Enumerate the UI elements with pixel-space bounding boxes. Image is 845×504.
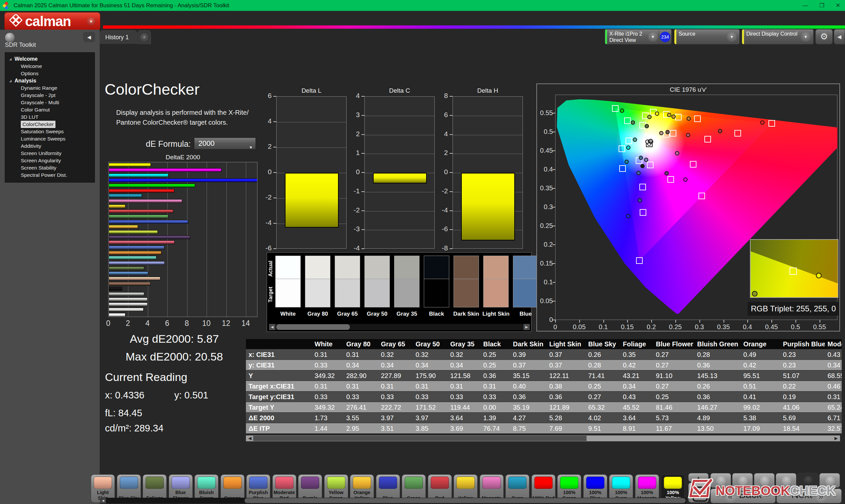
gridline <box>277 147 347 148</box>
pattern-window-button[interactable] <box>688 483 709 503</box>
patch-color-chip <box>405 476 423 489</box>
table-row: Target Y349.32276.41222.72171.52119.440.… <box>246 402 842 412</box>
sidebar-item-dynamic-range[interactable]: Dynamic Range <box>5 85 95 92</box>
cie-measured-bluish-green <box>633 138 637 142</box>
sidebar-item-spectral-power-dist-[interactable]: Spectral Power Dist. <box>5 172 95 179</box>
deltaL-tick-mark <box>273 198 276 198</box>
cell: 65.32 <box>588 402 620 413</box>
cell: 35.19 <box>513 402 547 413</box>
transport-button-2[interactable] <box>732 473 753 488</box>
cie-y-tick-mark <box>552 245 555 245</box>
cell: 0.43 <box>623 392 653 402</box>
swatch-actual-gray-35 <box>394 256 420 279</box>
chevron-up-icon: ▲ <box>697 475 701 480</box>
scroll-thumb[interactable] <box>245 498 686 503</box>
sidebar-item-screen-angularity[interactable]: Screen Angularity <box>5 157 95 164</box>
patch-color-chip <box>457 476 475 489</box>
pattern-square-icon <box>696 490 701 496</box>
cell: 145.13 <box>697 371 741 381</box>
sidebar-item-screen-stability[interactable]: Screen Stability <box>5 164 95 172</box>
scroll-thumb[interactable] <box>253 436 586 441</box>
cie-y-tick-mark <box>552 320 555 320</box>
sidebar-item-3d-lut[interactable]: 3D LUT <box>5 113 95 121</box>
deltaL-tick-label: 0 <box>255 168 272 176</box>
sidebar-item-additivity[interactable]: Additivity <box>5 143 95 150</box>
add-tab-button[interactable]: + <box>138 30 151 44</box>
minimize-icon[interactable]: — <box>803 2 808 9</box>
cell: 8.75 <box>513 423 547 433</box>
patch-color-chip <box>224 476 242 489</box>
sidebar-item-colorchecker[interactable]: ColorChecker <box>5 121 95 128</box>
tree-expander-icon[interactable]: ◢ <box>9 55 12 63</box>
back-button[interactable]: «Back <box>710 488 776 503</box>
chevron-down-icon: ▼ <box>87 17 95 26</box>
scroll-thumb[interactable] <box>276 324 350 330</box>
maximize-icon[interactable]: ❒ <box>820 2 825 9</box>
calman-logo-icon <box>9 14 22 29</box>
collapse-panel-button[interactable]: ◀ <box>834 29 845 44</box>
table-row: Target y:CIE310.330.330.330.330.330.330.… <box>246 392 842 402</box>
table-scrollbar[interactable]: ◀▶ <box>246 435 840 441</box>
sidebar-collapse-button[interactable]: ◀ <box>83 32 95 42</box>
cie-y-tick-label: 0.45 <box>537 147 553 155</box>
tree-section-welcome[interactable]: ◢Welcome <box>5 55 95 63</box>
scroll-left-arrow[interactable]: ◀ <box>100 498 106 503</box>
bottom-scrollbar[interactable]: ◀ <box>100 498 686 503</box>
cell: 0.34 <box>381 360 413 371</box>
display-control-dropdown[interactable]: Direct Display Control ▼ <box>742 29 814 44</box>
cie-x-tick-mark <box>771 320 772 323</box>
sidebar-item-saturation-sweeps[interactable]: Saturation Sweeps <box>5 128 95 135</box>
deltaL-tick-mark <box>273 248 276 249</box>
meter-status-stripe <box>605 29 607 44</box>
settings-button[interactable]: ⚙ <box>815 29 833 44</box>
calman-menu-button[interactable]: calman ▼ <box>4 12 100 31</box>
expand-pattern-button[interactable]: ▲ <box>688 473 709 482</box>
tree-expander-icon[interactable]: ◢ <box>9 77 12 85</box>
cie-y-tick-mark <box>552 150 555 151</box>
swatch-actual-blue <box>513 256 538 279</box>
chevrons-left-icon: « <box>724 491 736 503</box>
table-row: Y349.32282.90227.89175.90121.580.3635.15… <box>246 371 842 381</box>
swatch-target-dark-skin <box>454 279 479 307</box>
deltaC-tick-mark <box>362 96 365 97</box>
meter-dropdown[interactable]: X-Rite i1Pro 2 Direct View ▼ 234 <box>605 29 672 44</box>
sidebar-item-options[interactable]: Options <box>5 70 95 77</box>
transport-button-6[interactable] <box>819 473 840 488</box>
swatch-actual-gray-50 <box>365 256 390 279</box>
sidebar-item-luminance-sweeps[interactable]: Luminance Sweeps <box>5 135 95 143</box>
transport-button-5[interactable] <box>797 473 818 488</box>
tab-history-label: History 1 <box>105 34 129 40</box>
cie-target-green <box>624 118 631 124</box>
deltaC-tick-label: -4 <box>343 244 360 252</box>
swatch-scrollbar[interactable]: ◀▶ <box>269 324 530 330</box>
scroll-right-arrow[interactable]: ▶ <box>833 435 839 441</box>
swatch-label: Gray 35 <box>392 311 422 317</box>
cell: 68.55 <box>828 371 842 381</box>
table-row: ΔE ITP1.442.953.513.853.6976.748.757.699… <box>246 423 842 433</box>
swatch-label: White <box>273 311 303 317</box>
sidebar-item-screen-uniformity[interactable]: Screen Uniformity <box>5 150 95 157</box>
next-button[interactable]: Next» <box>776 488 842 503</box>
transport-button-4[interactable] <box>776 473 796 488</box>
cell: 0.38 <box>549 381 585 392</box>
scroll-left-arrow[interactable]: ◀ <box>269 324 275 330</box>
scroll-right-arrow[interactable]: ▶ <box>524 324 530 330</box>
tree-section-analysis[interactable]: ◢Analysis <box>5 77 95 85</box>
sidebar-item-color-gamut[interactable]: Color Gamut <box>5 106 95 113</box>
sidebar-item-grayscale-multi[interactable]: Grayscale - Multi <box>5 99 95 106</box>
cell: 3.64 <box>450 413 480 423</box>
tab-history-1[interactable]: History 1 <box>100 30 137 44</box>
close-icon[interactable]: ✕ <box>836 2 840 9</box>
de-formula-select[interactable]: 2000 ▼ <box>194 138 256 149</box>
sidebar-item-grayscale-2pt[interactable]: Grayscale - 2pt <box>5 92 95 99</box>
cie-measured-cyan <box>624 160 629 164</box>
transport-button-3[interactable] <box>754 473 775 488</box>
cell: 121.58 <box>450 371 480 381</box>
sidebar-item-welcome[interactable]: Welcome <box>5 63 95 70</box>
scroll-left-arrow[interactable]: ◀ <box>247 435 253 441</box>
source-dropdown[interactable]: Source ▼ <box>674 29 740 44</box>
deltae-x-tick: 0 <box>99 319 118 328</box>
cell: 0.34 <box>416 360 447 371</box>
meter-mode: Direct View <box>609 37 642 43</box>
transport-button-1[interactable] <box>710 473 731 488</box>
